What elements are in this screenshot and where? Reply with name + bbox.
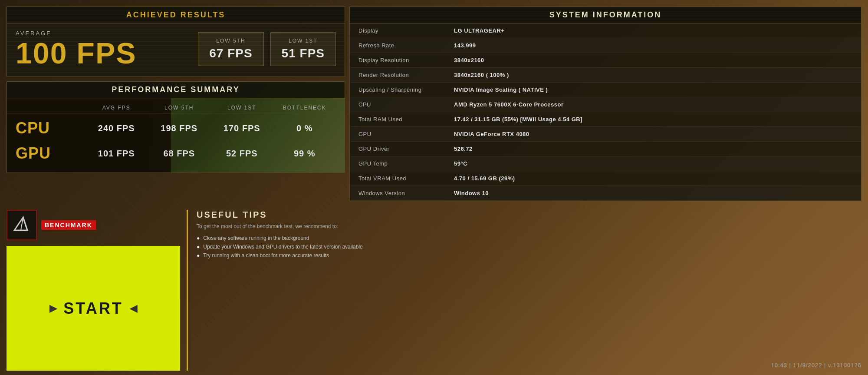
useful-tips-area: USEFUL TIPS To get the most out of the b…	[187, 210, 771, 371]
average-label: AVERAGE	[16, 30, 189, 37]
info-value-display: LG ULTRAGEAR+	[454, 27, 504, 34]
info-row-vram: Total VRAM Used 4.70 / 15.69 GB (29%)	[350, 171, 861, 186]
benchmark-label: BENCHMARK	[41, 220, 96, 230]
gpu-bottleneck: 99 %	[273, 149, 336, 159]
low1st-label: Low 1st	[282, 38, 325, 44]
cpu-avg-fps: 240 FPS	[85, 123, 148, 133]
low1st-value: 51 FPS	[282, 46, 325, 60]
info-key-gpu-temp: GPU Temp	[358, 160, 454, 167]
info-value-gpu: NVIDIA GeForce RTX 4080	[454, 131, 529, 137]
system-information-panel: SYSTEM INFORMATION Display LG ULTRAGEAR+…	[349, 7, 861, 201]
cpu-bottleneck: 0 %	[273, 123, 336, 133]
info-key-ram: Total RAM Used	[358, 116, 454, 123]
low5th-value: 67 FPS	[209, 46, 252, 60]
bullet-3: ●	[197, 252, 200, 259]
info-key-render-res: Render Resolution	[358, 72, 454, 78]
info-key-gpu: GPU	[358, 131, 454, 137]
gpu-low5th: 68 FPS	[148, 149, 211, 159]
gpu-low1st: 52 FPS	[210, 149, 273, 159]
low5th-label: Low 5th	[209, 38, 252, 44]
info-row-refresh: Refresh Rate 143.999	[350, 38, 861, 53]
info-key-vram: Total VRAM Used	[358, 175, 454, 182]
average-fps-value: 100 FPS	[16, 38, 189, 68]
performance-summary-panel: PERFORMANCE SUMMARY Avg FPS Low 5th Low …	[7, 81, 345, 173]
info-key-refresh: Refresh Rate	[358, 42, 454, 49]
perf-row-cpu: CPU 240 FPS 198 FPS 170 FPS 0 %	[7, 116, 345, 141]
bottom-section: BENCHMARK ▶ START ◀ USEFUL TIPS To get t…	[0, 206, 868, 375]
info-key-display-res: Display Resolution	[358, 57, 454, 63]
info-value-ram: 17.42 / 31.15 GB (55%) [MWII Usage 4.54 …	[454, 116, 582, 123]
info-row-upscaling: Upscaling / Sharpening NVIDIA Image Scal…	[350, 83, 861, 97]
benchmark-logo-area: BENCHMARK ▶ START ◀	[7, 210, 180, 371]
info-value-windows: Windows 10	[454, 190, 489, 196]
start-arrow-left-icon: ▶	[49, 303, 57, 314]
start-arrow-right-icon: ◀	[130, 303, 137, 314]
useful-tips-subtitle: To get the most out of the benchmark tes…	[197, 223, 762, 229]
achieved-results-body: AVERAGE 100 FPS Low 5th 67 FPS Low 1st 5…	[7, 23, 345, 76]
tip-1-text: Close any software running in the backgr…	[203, 235, 309, 241]
info-row-gpu-temp: GPU Temp 59°C	[350, 156, 861, 171]
main-content: ACHIEVED RESULTS AVERAGE 100 FPS Low 5th…	[0, 0, 868, 375]
col-header-avg: Avg FPS	[85, 105, 148, 111]
start-label: START	[63, 299, 123, 318]
perf-row-gpu: GPU 101 FPS 68 FPS 52 FPS 99 %	[7, 141, 345, 166]
info-value-upscaling: NVIDIA Image Scaling ( NATIVE )	[454, 86, 548, 93]
bottom-right: 10:43 | 11/9/2022 | v.13100126	[771, 210, 861, 371]
info-value-gpu-temp: 59°C	[454, 160, 467, 167]
tip-1: ●Close any software running in the backg…	[197, 234, 762, 242]
col-header-low5th: Low 5th	[148, 105, 211, 111]
info-key-display: Display	[358, 27, 454, 34]
achieved-results-panel: ACHIEVED RESULTS AVERAGE 100 FPS Low 5th…	[7, 7, 345, 77]
info-row-display: Display LG ULTRAGEAR+	[350, 23, 861, 38]
average-fps-block: AVERAGE 100 FPS	[16, 30, 189, 68]
achieved-results-header: ACHIEVED RESULTS	[7, 7, 345, 23]
tip-3-text: Try running with a clean boot for more a…	[203, 252, 329, 259]
cpu-low1st: 170 FPS	[210, 123, 273, 133]
tip-2-text: Update your Windows and GPU drivers to t…	[203, 244, 363, 250]
info-row-gpu: GPU NVIDIA GeForce RTX 4080	[350, 127, 861, 142]
left-panel: ACHIEVED RESULTS AVERAGE 100 FPS Low 5th…	[7, 7, 345, 201]
benchmark-icon	[7, 210, 37, 240]
gpu-row-label: GPU	[16, 144, 85, 163]
low1st-box: Low 1st 51 FPS	[270, 32, 336, 66]
bullet-2: ●	[197, 244, 200, 250]
performance-summary-title: PERFORMANCE SUMMARY	[112, 85, 240, 94]
useful-tips-title: USEFUL TIPS	[197, 210, 762, 220]
info-value-cpu: AMD Ryzen 5 7600X 6-Core Processor	[454, 101, 564, 108]
info-value-display-res: 3840x2160	[454, 57, 484, 63]
low5th-box: Low 5th 67 FPS	[198, 32, 263, 66]
info-row-display-res: Display Resolution 3840x2160	[350, 53, 861, 68]
perf-table-header: Avg FPS Low 5th Low 1st Bottleneck	[7, 103, 345, 113]
performance-summary-header: PERFORMANCE SUMMARY	[7, 82, 345, 98]
info-value-gpu-driver: 526.72	[454, 146, 473, 152]
col-header-bottleneck: Bottleneck	[273, 105, 336, 111]
system-info-table: Display LG ULTRAGEAR+ Refresh Rate 143.9…	[350, 23, 861, 201]
info-row-cpu: CPU AMD Ryzen 5 7600X 6-Core Processor	[350, 97, 861, 112]
info-key-upscaling: Upscaling / Sharpening	[358, 86, 454, 93]
benchmark-icon-inner	[11, 215, 32, 236]
useful-tips-list: ●Close any software running in the backg…	[197, 234, 762, 260]
cpu-row-label: CPU	[16, 119, 85, 137]
gpu-avg-fps: 101 FPS	[85, 149, 148, 159]
tip-2: ●Update your Windows and GPU drivers to …	[197, 242, 762, 251]
info-value-vram: 4.70 / 15.69 GB (29%)	[454, 175, 515, 182]
fps-boxes: Low 5th 67 FPS Low 1st 51 FPS	[198, 32, 336, 66]
info-row-render-res: Render Resolution 3840x2160 ( 100% )	[350, 68, 861, 83]
start-button[interactable]: ▶ START ◀	[7, 246, 180, 371]
bullet-1: ●	[197, 235, 200, 241]
top-panels: ACHIEVED RESULTS AVERAGE 100 FPS Low 5th…	[0, 0, 868, 201]
info-key-gpu-driver: GPU Driver	[358, 146, 454, 152]
info-value-render-res: 3840x2160 ( 100% )	[454, 72, 509, 78]
performance-summary-body: Avg FPS Low 5th Low 1st Bottleneck CPU 2…	[7, 98, 345, 173]
cpu-low5th: 198 FPS	[148, 123, 211, 133]
col-header-low1st: Low 1st	[210, 105, 273, 111]
achieved-results-title: ACHIEVED RESULTS	[126, 10, 226, 19]
col-header-empty	[16, 105, 85, 111]
tip-3: ●Try running with a clean boot for more …	[197, 251, 762, 260]
info-value-refresh: 143.999	[454, 42, 476, 49]
datetime-info: 10:43 | 11/9/2022 | v.13100126	[771, 362, 861, 368]
info-row-gpu-driver: GPU Driver 526.72	[350, 142, 861, 156]
info-key-cpu: CPU	[358, 101, 454, 108]
info-row-windows: Windows Version Windows 10	[350, 186, 861, 201]
system-info-title: SYSTEM INFORMATION	[549, 10, 662, 19]
